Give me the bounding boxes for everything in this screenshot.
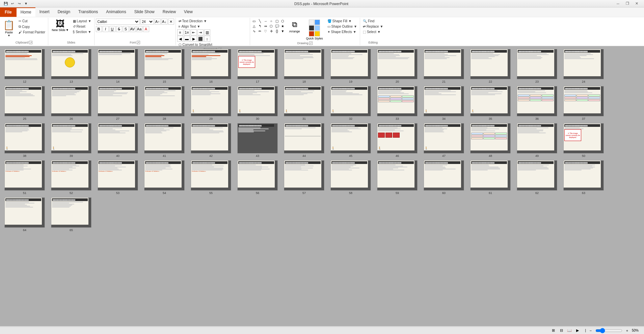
align-right-button[interactable]: ▶: [191, 36, 197, 42]
shape-rect[interactable]: ▭: [251, 19, 257, 23]
normal-view-button[interactable]: ⊞: [550, 328, 557, 334]
bold-button[interactable]: B: [96, 26, 102, 32]
bullets-button[interactable]: ≡: [177, 29, 183, 35]
slide-cell-35[interactable]: 🚶▓▓▓▓▓▓▓▓▓▓▓▓▓▓▓▓▓▓▓▓▓▓▓35: [467, 85, 514, 122]
arrange-button[interactable]: ⧉ Arrange: [286, 19, 303, 35]
tab-review[interactable]: Review: [159, 7, 180, 17]
shape-effects-button[interactable]: ✦ Shape Effects ▼: [326, 29, 358, 34]
slide-cell-15[interactable]: ▓▓▓▓▓▓▓▓▓▓▓▓▓▓▓▓▓▓▓▓▓▓▓15: [141, 48, 188, 85]
slide-cell-20[interactable]: ▓▓▓▓▓▓▓▓▓▓▓▓▓▓▓▓▓▓▓▓▓▓▓20: [374, 48, 421, 85]
shape-outline-button[interactable]: ▭ Shape Outline ▼: [326, 24, 358, 29]
replace-button[interactable]: ⇄ Replace ▼: [361, 24, 385, 29]
slide-cell-64[interactable]: ▓▓▓▓▓▓▓▓▓▓▓▓▓▓▓▓▓▓▓▓▓▓▓64: [1, 196, 48, 233]
slide-sorter-button[interactable]: ⊟: [558, 328, 565, 334]
justify-button[interactable]: ⬛: [197, 36, 204, 42]
slide-cell-56[interactable]: ▓▓▓▓▓▓▓▓▓▓▓▓▓▓▓▓▓▓▓▓▓▓▓56: [234, 159, 281, 196]
font-size-select[interactable]: 24: [140, 19, 154, 25]
tab-home[interactable]: Home: [17, 7, 35, 17]
shape-curve[interactable]: ∿: [251, 29, 257, 33]
slide-cell-55[interactable]: ▓▓▓▓▓▓▓▓▓▓▓▓▓▓▓▓▓▓▓▓▓▓▓Verification & Va…: [188, 159, 234, 196]
slide-cell-36[interactable]: ▓▓▓▓▓▓▓▓▓▓▓▓▓▓▓▓▓▓▓▓▓▓▓36: [514, 85, 560, 122]
shape-bent-arrow[interactable]: ↰: [257, 24, 263, 28]
new-slide-button[interactable]: 🖼 New Slide ▼: [50, 19, 71, 32]
slide-cell-32[interactable]: 🚶▓▓▓▓▓▓▓▓▓▓▓▓▓▓▓▓▓▓▓▓▓▓▓32: [327, 85, 374, 122]
slide-cell-61[interactable]: ▓▓▓▓▓▓▓▓▓▓▓▓▓▓▓▓▓▓▓▓▓▓▓61: [467, 159, 514, 196]
font-color-button[interactable]: A: [143, 26, 149, 32]
shape-star[interactable]: ★: [280, 24, 286, 28]
shape-triangle[interactable]: △: [251, 24, 257, 28]
font-size-decrease-button[interactable]: A↓: [161, 19, 167, 25]
undo-button[interactable]: ↩: [9, 1, 16, 7]
select-button[interactable]: ⬚ Select ▼: [361, 29, 385, 34]
slide-cell-50[interactable]: ▓▓▓▓▓▓▓▓▓▓▓▓▓▓▓▓▓▓▓▓▓▓▓✕ This image cann…: [560, 122, 607, 159]
slide-cell-39[interactable]: 🚶▓▓▓▓▓▓▓▓▓▓▓▓▓▓▓▓▓▓▓▓▓▓▓39: [48, 122, 95, 159]
slide-cell-12[interactable]: ▓▓▓▓▓▓▓▓▓▓▓▓▓▓▓▓▓▓▓▓▓▓▓12: [1, 48, 48, 85]
slide-cell-57[interactable]: ▓▓▓▓▓▓▓▓▓▓▓▓▓▓▓▓▓▓▓▓▓▓▓57: [281, 159, 327, 196]
slide-cell-48[interactable]: ▓▓▓▓▓▓▓▓▓▓▓▓▓▓▓▓▓▓▓▓▓▓▓48: [467, 122, 514, 159]
slide-cell-53[interactable]: ▓▓▓▓▓▓▓▓▓▓▓▓▓▓▓▓▓▓▓▓▓▓▓Verification & Va…: [95, 159, 141, 196]
slide-cell-40[interactable]: ▓▓▓▓▓▓▓▓▓▓▓▓▓▓▓▓▓▓▓▓▓▓▓40: [95, 122, 141, 159]
tab-design[interactable]: Design: [54, 7, 74, 17]
char-spacing-button[interactable]: AV: [130, 26, 136, 32]
slide-cell-60[interactable]: ▓▓▓▓▓▓▓▓▓▓▓▓▓▓▓▓▓▓▓▓▓▓▓60: [421, 159, 467, 196]
slide-cell-58[interactable]: ▓▓▓▓▓▓▓▓▓▓▓▓▓▓▓▓▓▓▓▓▓▓▓58: [327, 159, 374, 196]
line-spacing-button[interactable]: ↕: [204, 36, 210, 42]
tab-transitions[interactable]: Transitions: [74, 7, 102, 17]
tab-slideshow[interactable]: Slide Show: [130, 7, 159, 17]
drawing-expander[interactable]: ↗: [309, 41, 313, 45]
shape-pentagon[interactable]: ⬠: [269, 24, 274, 28]
reading-view-button[interactable]: 📖: [566, 328, 573, 334]
slide-cell-49[interactable]: ▓▓▓▓▓▓▓▓▓▓▓▓▓▓▓▓▓▓▓▓▓▓▓49: [514, 122, 560, 159]
slide-cell-31[interactable]: 🚶▓▓▓▓▓▓▓▓▓▓▓▓▓▓▓▓▓▓▓▓▓▓▓31: [281, 85, 327, 122]
slide-cell-14[interactable]: ▓▓▓▓▓▓▓▓▓▓▓▓▓▓▓▓▓▓▓▓▓▓▓14: [95, 48, 141, 85]
format-painter-button[interactable]: 🖌 Format Painter: [17, 30, 47, 35]
strikethrough-button[interactable]: S̶: [116, 26, 122, 32]
clear-formatting-button[interactable]: ✕: [168, 19, 174, 25]
slide-cell-19[interactable]: ▓▓▓▓▓▓▓▓▓▓▓▓▓▓▓▓▓▓▓▓▓▓▓19: [327, 48, 374, 85]
copy-button[interactable]: ⧉ Copy: [17, 24, 47, 29]
cut-button[interactable]: ✂ Cut: [17, 19, 47, 24]
slide-cell-28[interactable]: ▓▓▓▓▓▓▓▓▓▓▓▓▓▓▓▓▓▓▓▓▓▓▓28: [141, 85, 188, 122]
slide-cell-25[interactable]: ▓▓▓▓▓▓▓▓▓▓▓▓▓▓▓▓▓▓▓▓▓▓▓25: [1, 85, 48, 122]
align-center-button[interactable]: ▬: [184, 36, 190, 42]
find-button[interactable]: 🔍 Find: [361, 19, 385, 24]
align-text-button[interactable]: ≡ Align Text ▼: [177, 24, 202, 29]
slide-cell-27[interactable]: ▓▓▓▓▓▓▓▓▓▓▓▓▓▓▓▓▓▓▓▓▓▓▓27: [95, 85, 141, 122]
slide-cell-44[interactable]: ▓▓▓▓▓▓▓▓▓▓▓▓▓▓▓▓▓▓▓▓▓▓▓44: [281, 122, 327, 159]
font-size-increase-button[interactable]: A↑: [155, 19, 161, 25]
zoom-out-button[interactable]: −: [587, 328, 594, 334]
slide-cell-65[interactable]: ▓▓▓▓▓▓▓▓▓▓▓▓▓▓▓▓▓▓▓▓▓▓▓65: [48, 196, 95, 233]
slide-cell-24[interactable]: ▓▓▓▓▓▓▓▓▓▓▓▓▓▓▓▓▓▓▓▓▓▓▓24: [560, 48, 607, 85]
slide-cell-29[interactable]: 🚶▓▓▓▓▓▓▓▓▓▓▓▓▓▓▓▓▓▓▓▓▓▓▓29: [188, 85, 234, 122]
slide-cell-23[interactable]: ▓▓▓▓▓▓▓▓▓▓▓▓▓▓▓▓▓▓▓▓▓▓▓23: [514, 48, 560, 85]
tab-animations[interactable]: Animations: [102, 7, 130, 17]
slide-cell-59[interactable]: ▓▓▓▓▓▓▓▓▓▓▓▓▓▓▓▓▓▓▓▓▓▓▓59: [374, 159, 421, 196]
slide-cell-33[interactable]: ▓▓▓▓▓▓▓▓▓▓▓▓▓▓▓▓▓▓▓▓▓▓▓33: [374, 85, 421, 122]
slide-cell-26[interactable]: ▓▓▓▓▓▓▓▓▓▓▓▓▓▓▓▓▓▓▓▓▓▓▓26: [48, 85, 95, 122]
shape-line[interactable]: ╲: [257, 19, 263, 23]
shape-callout[interactable]: 💬: [274, 24, 280, 28]
slide-cell-51[interactable]: ▓▓▓▓▓▓▓▓▓▓▓▓▓▓▓▓▓▓▓▓▓▓▓Verification & Va…: [1, 159, 48, 196]
italic-button[interactable]: I: [103, 26, 109, 32]
layout-button[interactable]: ▦ Layout ▼: [72, 19, 93, 24]
cols-button[interactable]: ▥: [204, 29, 210, 35]
shape-dbl-arrow[interactable]: ⇔: [263, 24, 268, 28]
font-expander[interactable]: ↗: [137, 41, 140, 44]
shape-more[interactable]: ⬡: [280, 19, 286, 23]
slide-cell-18[interactable]: ▓▓▓▓▓▓▓▓▓▓▓▓▓▓▓▓▓▓▓▓▓▓▓18: [281, 48, 327, 85]
slide-cell-62[interactable]: ▓▓▓▓▓▓▓▓▓▓▓▓▓▓▓▓▓▓▓▓▓▓▓62: [514, 159, 560, 196]
align-left-button[interactable]: ◀: [177, 36, 183, 42]
slide-cell-63[interactable]: ▓▓▓▓▓▓▓▓▓▓▓▓▓▓▓▓▓▓▓▓▓▓▓63: [560, 159, 607, 196]
section-button[interactable]: § Section ▼: [72, 29, 93, 34]
underline-button[interactable]: U: [109, 26, 115, 32]
customize-qa-button[interactable]: ▼: [23, 1, 29, 7]
reset-button[interactable]: ↺ Reset: [72, 24, 93, 29]
increase-indent-button[interactable]: ⇥: [197, 29, 204, 35]
slide-cell-47[interactable]: 🚶▓▓▓▓▓▓▓▓▓▓▓▓▓▓▓▓▓▓▓▓▓▓▓47: [421, 122, 467, 159]
change-case-button[interactable]: Aa: [136, 26, 142, 32]
slideshow-button[interactable]: ▶: [574, 328, 581, 334]
shapes-dropdown[interactable]: ▼: [280, 29, 286, 33]
slide-cell-13[interactable]: ▓▓▓▓▓▓▓▓▓▓▓▓▓▓▓▓▓▓▓▓▓▓▓13: [48, 48, 95, 85]
slide-cell-38[interactable]: 🚶▓▓▓▓▓▓▓▓▓▓▓▓▓▓▓▓▓▓▓▓▓▓▓38: [1, 122, 48, 159]
shadow-button[interactable]: S: [123, 26, 129, 32]
